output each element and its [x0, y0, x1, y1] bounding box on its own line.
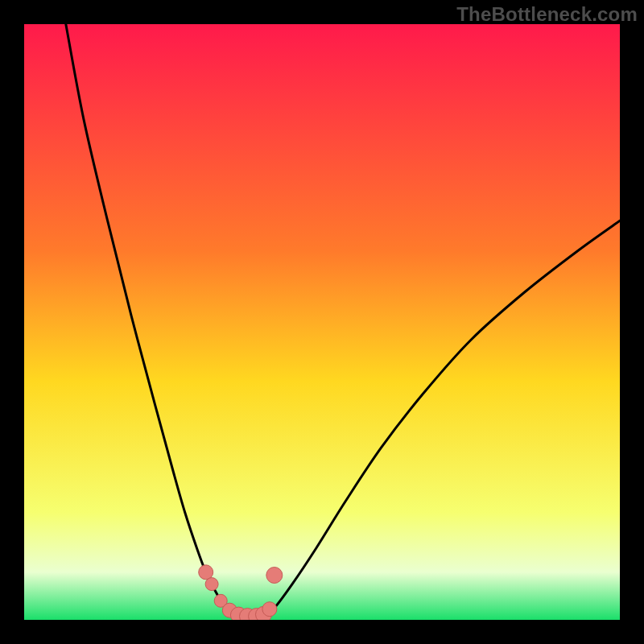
highlight-dot	[205, 578, 218, 591]
chart-svg	[24, 24, 620, 620]
watermark-text: TheBottleneck.com	[456, 3, 638, 26]
highlight-dot	[262, 602, 277, 617]
highlight-dot	[199, 565, 213, 580]
chart-frame: TheBottleneck.com	[0, 0, 644, 644]
gradient-background	[24, 24, 620, 620]
plot-area	[24, 24, 620, 620]
highlight-dot	[266, 568, 283, 584]
